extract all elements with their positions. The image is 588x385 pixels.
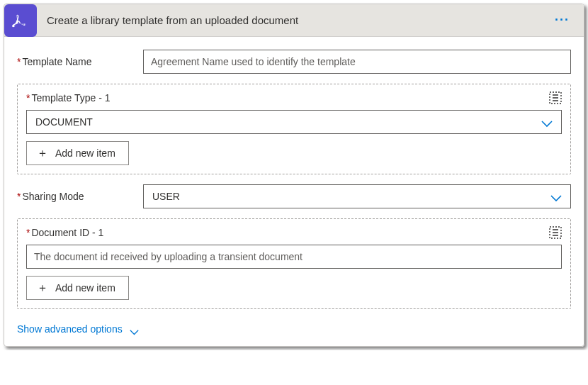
document-id-header: *Document ID - 1 [26,226,562,239]
sharing-mode-row: *Sharing Mode USER [17,184,571,208]
card-body: *Template Name *Template Type - 1 DOCUME… [4,37,584,346]
template-type-select[interactable]: DOCUMENT [26,110,562,134]
action-card: Create a library template from an upload… [4,4,584,347]
document-id-label: *Document ID - 1 [26,227,103,238]
template-name-row: *Template Name [17,50,571,74]
sharing-mode-value: USER [152,191,180,202]
sharing-mode-label: *Sharing Mode [17,191,143,202]
sharing-mode-select[interactable]: USER [143,184,571,208]
card-header: Create a library template from an upload… [4,4,584,37]
add-document-id-button[interactable]: ＋ Add new item [26,276,129,300]
add-template-type-button[interactable]: ＋ Add new item [26,141,129,165]
template-name-input[interactable] [143,50,571,74]
chevron-down-icon [541,118,553,125]
template-name-label: *Template Name [17,56,143,67]
template-type-label: *Template Type - 1 [26,92,110,104]
chevron-down-icon [550,193,562,200]
required-asterisk: * [17,56,21,67]
adobe-acrobat-icon [11,11,30,30]
add-new-item-label: Add new item [55,282,115,294]
template-type-group: *Template Type - 1 DOCUMENT ＋ Add new it… [17,84,571,174]
template-type-header: *Template Type - 1 [26,91,562,104]
card-title: Create a library template from an upload… [47,14,550,26]
adobe-logo [4,4,37,37]
show-advanced-options-link[interactable]: Show advanced options [17,319,139,337]
chevron-down-icon [130,326,139,332]
more-actions-button[interactable]: ··· [550,10,574,30]
plus-icon: ＋ [37,147,48,159]
required-asterisk: * [26,92,30,104]
document-id-input[interactable]: The document id received by uploading a … [26,245,562,269]
collapse-array-icon[interactable] [549,226,562,239]
template-type-value: DOCUMENT [35,116,93,128]
collapse-array-icon[interactable] [549,91,562,104]
show-advanced-label: Show advanced options [17,323,123,335]
required-asterisk: * [26,227,30,238]
plus-icon: ＋ [37,282,48,294]
document-id-value: The document id received by uploading a … [34,251,303,262]
add-new-item-label: Add new item [55,147,115,159]
document-id-group: *Document ID - 1 The document id receive… [17,218,571,309]
required-asterisk: * [17,191,21,202]
